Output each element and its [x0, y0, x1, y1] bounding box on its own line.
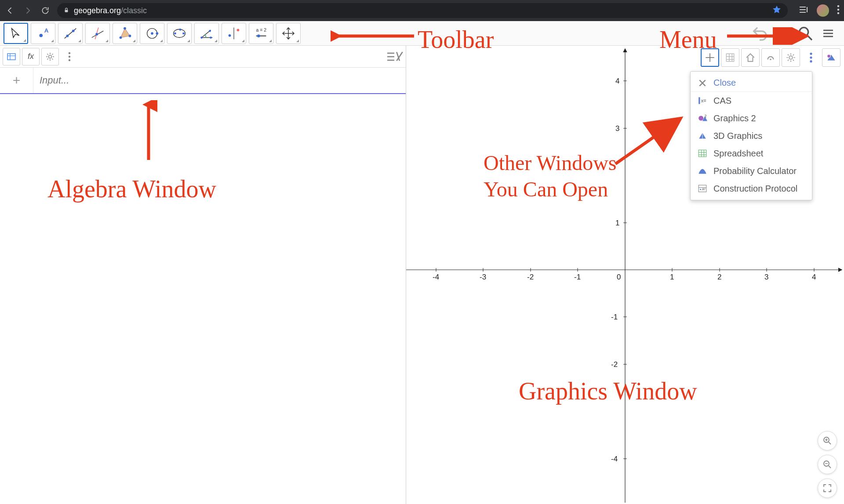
svg-rect-85 [698, 97, 700, 104]
svg-text:3: 3 [764, 273, 768, 281]
fullscreen-button[interactable] [818, 479, 837, 498]
svg-text:2: 2 [717, 273, 721, 281]
show-grid-button[interactable] [721, 48, 739, 67]
algebra-panel: fx + [0, 46, 406, 504]
tool-perpendicular[interactable] [85, 23, 110, 44]
algebra-input-row: + [0, 68, 406, 94]
search-button[interactable] [797, 25, 814, 42]
svg-point-13 [124, 27, 126, 29]
tool-line[interactable] [58, 23, 83, 44]
svg-text:2: 2 [704, 114, 706, 118]
svg-point-26 [229, 34, 231, 36]
tool-slider[interactable]: a = 2 [249, 23, 273, 44]
svg-point-17 [156, 32, 159, 35]
svg-line-99 [829, 442, 831, 444]
lock-icon [63, 6, 69, 15]
zoom-out-button[interactable] [818, 455, 837, 474]
zoom-in-button[interactable] [818, 431, 837, 450]
tool-move[interactable] [4, 23, 28, 44]
address-bar[interactable]: geogebra.org/classic [57, 3, 788, 18]
svg-text:a = 2: a = 2 [256, 28, 267, 33]
url-host: geogebra.org [74, 6, 121, 15]
tool-reflect[interactable] [222, 23, 246, 44]
tool-angle[interactable] [194, 23, 219, 44]
chrome-menu-icon[interactable] [837, 5, 840, 16]
graphics2-icon: 2 [698, 113, 707, 123]
svg-line-32 [808, 36, 812, 40]
svg-point-87 [698, 116, 703, 121]
home-button[interactable] [741, 48, 760, 67]
svg-point-41 [69, 55, 71, 58]
view-3d-graphics[interactable]: 3D Graphics [691, 127, 812, 145]
svg-point-42 [69, 59, 71, 61]
svg-text:4: 4 [615, 77, 619, 85]
reading-list-icon[interactable] [798, 4, 809, 17]
graphics-more-button[interactable] [802, 48, 820, 67]
svg-point-14 [129, 34, 131, 37]
views-toggle-button[interactable] [822, 48, 840, 67]
svg-text:-3: -3 [480, 273, 486, 281]
undo-button[interactable] [751, 25, 768, 42]
views-close-button[interactable]: Close [691, 74, 812, 92]
view-spreadsheet[interactable]: Spreadsheet [691, 145, 812, 162]
graphics-panel[interactable]: -4 -3 -2 -1 0 1 2 3 4 4 3 1 -1 -2 [406, 46, 844, 504]
svg-point-40 [69, 52, 71, 54]
app-toolbar: A a = 2 [0, 21, 844, 46]
svg-text:-4: -4 [433, 273, 439, 281]
point-capture-button[interactable] [761, 48, 780, 67]
svg-point-80 [789, 56, 793, 59]
svg-point-21 [179, 29, 182, 31]
add-input-button[interactable]: + [0, 68, 33, 93]
svg-point-2 [837, 9, 840, 11]
svg-point-11 [95, 33, 98, 36]
sort-button[interactable] [386, 48, 403, 65]
svg-point-19 [174, 32, 176, 34]
bookmark-star-icon[interactable] [772, 5, 782, 17]
tool-ellipse[interactable] [167, 23, 192, 44]
algebra-settings-button[interactable] [41, 48, 59, 65]
svg-text:-1: -1 [611, 313, 618, 321]
algebra-more-button[interactable] [61, 48, 78, 65]
svg-text:1: 1 [670, 273, 674, 281]
browser-forward-button[interactable] [22, 5, 33, 16]
view-cas[interactable]: x= CAS [691, 92, 812, 109]
main-menu-button[interactable] [819, 25, 837, 42]
algebra-toolbar: fx [0, 46, 406, 68]
views-dropdown: Close x= CAS 2 Graphics 2 3D Graphics Sp… [690, 71, 812, 200]
tool-move-graphics[interactable] [276, 23, 301, 44]
show-axes-button[interactable] [701, 48, 719, 67]
svg-text:-4: -4 [611, 455, 618, 463]
svg-text:-2: -2 [527, 273, 534, 281]
graphics-settings-button[interactable] [782, 48, 800, 67]
svg-point-3 [837, 12, 840, 15]
svg-point-4 [39, 33, 43, 37]
view-probability[interactable]: Probability Calculator [691, 162, 812, 180]
fx-button[interactable]: fx [22, 48, 40, 65]
svg-text:4: 4 [812, 273, 816, 281]
svg-point-31 [800, 27, 808, 36]
tool-circle[interactable] [140, 23, 164, 44]
algebra-view-style-button[interactable] [3, 48, 20, 65]
probability-icon [698, 166, 707, 176]
svg-point-16 [151, 32, 153, 35]
browser-reload-button[interactable] [40, 5, 51, 16]
view-construction-protocol[interactable]: A² Construction Protocol [691, 180, 812, 197]
algebra-input[interactable] [33, 75, 406, 86]
svg-point-27 [237, 29, 240, 31]
protocol-icon: A² [698, 184, 707, 193]
tool-polygon[interactable] [113, 23, 137, 44]
svg-text:A: A [44, 27, 49, 34]
3d-icon [698, 131, 707, 141]
svg-point-82 [810, 56, 812, 58]
svg-point-23 [209, 29, 211, 32]
redo-button[interactable] [774, 25, 791, 42]
svg-text:1: 1 [615, 219, 619, 227]
view-graphics-2[interactable]: 2 Graphics 2 [691, 109, 812, 127]
svg-text:-1: -1 [574, 273, 581, 281]
svg-point-96 [700, 189, 701, 190]
profile-avatar[interactable] [817, 4, 829, 17]
svg-point-81 [810, 53, 812, 55]
svg-point-30 [257, 34, 260, 37]
browser-back-button[interactable] [4, 5, 16, 16]
tool-point[interactable]: A [31, 23, 55, 44]
